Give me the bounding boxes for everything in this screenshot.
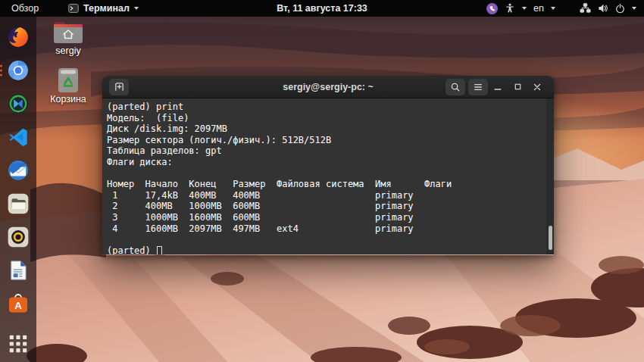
home-folder-icon	[39, 20, 97, 45]
dock-item-files[interactable]	[5, 190, 32, 217]
desktop-icon-label: Корзина	[39, 94, 97, 105]
terminal-scrollbar-thumb[interactable]	[549, 226, 552, 250]
terminal-line: Модель: (file)	[107, 113, 543, 124]
chevron-down-icon	[134, 7, 139, 10]
terminal-line	[107, 234, 543, 245]
keyboard-layout-indicator[interactable]: en	[533, 3, 544, 14]
power-icon[interactable]	[615, 3, 625, 14]
accessibility-chevron-icon	[522, 7, 527, 10]
terminal-window: sergiy@sergiy-pc: ~ (parted) printМодель…	[102, 76, 554, 255]
dock: A	[0, 17, 36, 362]
terminal-output: (parted) printМодель: (file)Диск /disk.i…	[107, 101, 543, 245]
network-icon[interactable]	[580, 3, 591, 14]
dock-item-thunderbird[interactable]	[5, 157, 32, 183]
terminal-line: Номер Начало Конец Размер Файловая систе…	[107, 179, 543, 190]
terminal-line: 1 17,4kB 400MB 400MB primary	[107, 190, 543, 201]
running-indicator	[0, 64, 2, 76]
search-button[interactable]	[445, 79, 465, 95]
viber-icon[interactable]	[486, 3, 498, 14]
terminal-scrollbar-track[interactable]	[546, 98, 554, 254]
activities-button[interactable]: Обзор	[0, 0, 50, 17]
keyboard-chevron-icon	[551, 7, 555, 10]
volume-icon[interactable]	[598, 3, 608, 14]
terminal-app-icon	[68, 3, 79, 14]
svg-text:A: A	[14, 300, 22, 311]
minimize-button[interactable]	[488, 79, 508, 95]
dock-item-chromium[interactable]	[5, 57, 32, 83]
terminal-line: Размер сектора (логич./физич.): 512B/512…	[107, 135, 543, 146]
new-tab-button[interactable]	[109, 79, 129, 95]
trash-icon	[39, 67, 97, 94]
terminal-screen[interactable]: (parted) printМодель: (file)Диск /disk.i…	[102, 98, 554, 254]
terminal-titlebar[interactable]: sergiy@sergiy-pc: ~	[102, 76, 554, 98]
top-bar: Обзор Терминал Вт, 11 августа 17:33 en	[0, 0, 644, 17]
terminal-line	[107, 168, 543, 179]
accessibility-icon[interactable]	[505, 3, 515, 14]
menu-button[interactable]	[468, 79, 488, 95]
terminal-line: Флаги диска:	[107, 157, 543, 168]
system-menu-chevron-icon[interactable]	[632, 7, 636, 10]
terminal-prompt: (parted)	[107, 245, 156, 254]
dock-item-vscode[interactable]	[5, 123, 32, 150]
terminal-line: 4 1600MB 2097MB 497MB ext4 primary	[107, 223, 543, 235]
clock[interactable]: Вт, 11 августа 17:33	[277, 3, 367, 14]
dock-item-rhythmbox[interactable]	[5, 224, 32, 251]
dock-item-ubuntu-software[interactable]: A	[5, 291, 32, 317]
dock-item-libreoffice-writer[interactable]	[5, 257, 32, 284]
terminal-line: Таблица разделов: gpt	[107, 145, 543, 157]
desktop-icon-home-folder[interactable]: sergiy	[39, 20, 97, 56]
close-button[interactable]	[527, 79, 547, 95]
dock-item-firefox[interactable]	[5, 23, 32, 50]
dock-item-remmina[interactable]	[5, 90, 32, 117]
terminal-line: 3 1000MB 1600MB 600MB primary	[107, 212, 543, 223]
terminal-line: (parted) print	[107, 101, 543, 113]
desktop-icon-trash[interactable]: Корзина	[39, 67, 97, 105]
desktop-icon-label: sergiy	[39, 45, 97, 56]
terminal-prompt-line: (parted)	[107, 245, 543, 254]
maximize-button[interactable]	[508, 79, 527, 95]
activities-label: Обзор	[11, 3, 39, 14]
terminal-line: Диск /disk.img: 2097MB	[107, 123, 543, 135]
terminal-line: 2 400MB 1000MB 600MB primary	[107, 201, 543, 212]
focused-app-name: Терминал	[83, 3, 130, 14]
terminal-cursor	[157, 246, 162, 254]
terminal-title: sergiy@sergiy-pc: ~	[283, 82, 374, 92]
focused-app-menu[interactable]: Терминал	[68, 3, 139, 14]
show-applications-button[interactable]	[5, 331, 32, 357]
